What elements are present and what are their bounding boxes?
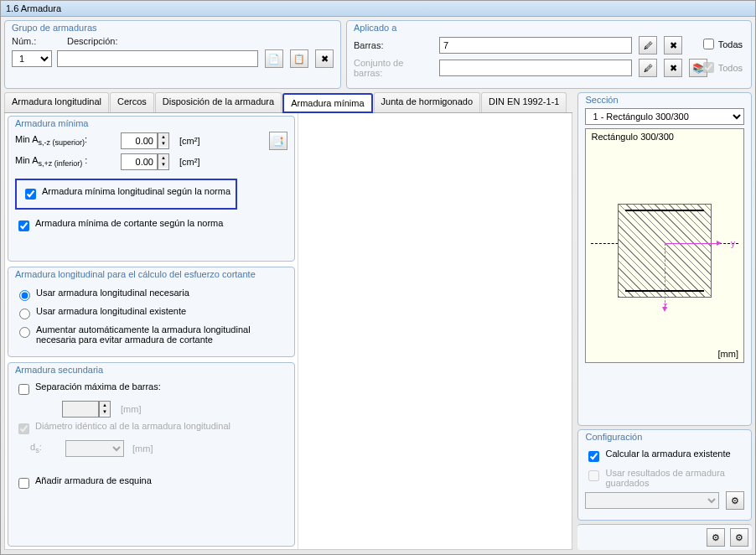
mm-label: [mm] xyxy=(718,349,738,359)
y-axis-line xyxy=(665,243,717,244)
desc-input[interactable] xyxy=(57,50,258,67)
chk-arm-min-cort[interactable] xyxy=(18,220,29,231)
armsec-title: Armadura secundaria xyxy=(15,365,103,375)
tab-din[interactable]: DIN EN 1992-1-1 xyxy=(481,92,567,112)
resultados-select xyxy=(585,492,719,509)
tab-bar: Armadura longitudinal Cercos Disposición… xyxy=(4,92,572,113)
aplicado-title: Aplicado a xyxy=(354,23,396,33)
armadura-secundaria-panel: Armadura secundaria Separación máxima de… xyxy=(8,362,295,547)
seccion-group: Sección 1 - Rectángulo 300/300 Rectángul… xyxy=(577,92,752,426)
tab-disposicion[interactable]: Disposición de la armadura xyxy=(155,92,282,112)
barras-label: Barras: xyxy=(354,40,434,50)
tool2-icon[interactable]: ⚙ xyxy=(730,528,748,547)
section-preview: Rectángulo 300/300 y z [mm] xyxy=(585,128,744,363)
min-asz-label: Min As,-z (superior): xyxy=(15,134,116,147)
tab-junta[interactable]: Junta de hormigonado xyxy=(374,92,480,112)
chk-arm-min-cort-label: Armadura mínima de cortante según la nor… xyxy=(35,218,223,228)
chk-separacion[interactable] xyxy=(18,384,29,395)
tool1-icon[interactable]: ⚙ xyxy=(707,528,725,547)
todos-checkbox xyxy=(703,62,714,73)
sep-label: Separación máxima de barras: xyxy=(35,381,161,392)
radio-aumentar[interactable] xyxy=(19,327,30,338)
todas-label: Todas xyxy=(718,39,743,49)
num-label: Núm.: xyxy=(12,36,36,46)
new-icon[interactable]: 📄 xyxy=(265,49,283,68)
min-aspz-spinner[interactable]: ▲▼ xyxy=(121,153,171,170)
desc-label: Descripción: xyxy=(67,36,118,46)
z-label: z xyxy=(663,301,667,310)
grupo-armaduras-group: Grupo de armaduras Núm.: Descripción: 1 … xyxy=(4,20,341,89)
seccion-title: Sección xyxy=(585,95,618,105)
conjunto-input xyxy=(439,60,632,76)
seccion-select[interactable]: 1 - Rectángulo 300/300 xyxy=(585,108,744,125)
num-select[interactable]: 1 xyxy=(12,50,52,67)
chk-arm-min-long-label: Armadura mínima longitudinal según la no… xyxy=(42,186,230,196)
config-group: Configuración Calcular la armadura exist… xyxy=(577,429,752,521)
usar-label: Usar resultados de armadura guardados xyxy=(605,468,744,488)
chk-arm-min-long[interactable] xyxy=(25,189,36,200)
armadura-longitudinal-panel: Armadura longitudinal para el cálculo de… xyxy=(8,267,295,357)
calc-label: Calcular la armadura existente xyxy=(605,449,730,459)
armlong-title: Armadura longitudinal para el cálculo de… xyxy=(15,269,256,279)
min-aspz-label: Min As,+z (inferior) : xyxy=(15,155,116,168)
y-axis-head xyxy=(717,241,722,246)
barras-input[interactable] xyxy=(439,37,632,54)
highlighted-option: Armadura mínima longitudinal según la no… xyxy=(15,179,237,210)
pick2-icon[interactable]: 🖉 xyxy=(639,59,657,77)
esq-label: Añadir armadura de esquina xyxy=(35,475,152,485)
cm2-unit: [cm²] xyxy=(179,136,199,146)
z-axis-line xyxy=(665,243,665,307)
ds-label: ds: xyxy=(30,442,60,454)
min-asz-spinner[interactable]: ▲▼ xyxy=(121,132,171,149)
chk-calcular[interactable] xyxy=(588,451,599,462)
armadura-minima-panel: Armadura mínima Min As,-z (superior): ▲▼… xyxy=(8,116,295,262)
tab-armadura-longitudinal[interactable]: Armadura longitudinal xyxy=(4,92,109,112)
config-tool-icon[interactable]: ⚙ xyxy=(726,491,744,510)
preview-caption: Rectángulo 300/300 xyxy=(591,132,673,142)
chk-usar-resultados xyxy=(588,470,599,481)
tab-armadura-minima[interactable]: Armadura mínima xyxy=(282,93,372,113)
aplicado-group: Aplicado a Barras: 🖉 ✖ Conjunto de barra… xyxy=(346,20,752,89)
diam-label: Diámetro idéntico al de la armadura long… xyxy=(35,421,230,431)
lib-button[interactable]: 📑 xyxy=(269,132,287,150)
grupo-title: Grupo de armaduras xyxy=(12,23,97,33)
pick-icon[interactable]: 🖉 xyxy=(639,36,657,54)
radio-necesaria[interactable] xyxy=(19,290,30,301)
copy-icon[interactable]: 📋 xyxy=(290,49,308,68)
delete-barras-icon[interactable]: ✖ xyxy=(664,36,682,54)
todas-checkbox[interactable] xyxy=(703,39,714,49)
config-title: Configuración xyxy=(585,432,642,442)
armmin-title: Armadura mínima xyxy=(15,118,88,128)
chk-diametro xyxy=(18,423,29,434)
window-title: 1.6 Armadura xyxy=(1,1,755,17)
chk-esquina[interactable] xyxy=(18,478,29,489)
ds-select xyxy=(65,440,124,457)
todos-label: Todos xyxy=(718,63,743,73)
radio-existente[interactable] xyxy=(19,309,30,319)
delete-icon[interactable]: ✖ xyxy=(315,49,334,68)
sep-spinner: ▲▼ xyxy=(62,401,112,418)
window: 1.6 Armadura Grupo de armaduras Núm.: De… xyxy=(0,0,756,555)
del2-icon[interactable]: ✖ xyxy=(664,59,682,77)
y-label: y xyxy=(731,239,735,248)
preview-blank xyxy=(298,113,572,549)
bottom-bar: ⚙ ⚙ xyxy=(577,524,752,550)
tab-cercos[interactable]: Cercos xyxy=(110,92,154,112)
conjunto-label: Conjunto de barras: xyxy=(354,58,434,78)
